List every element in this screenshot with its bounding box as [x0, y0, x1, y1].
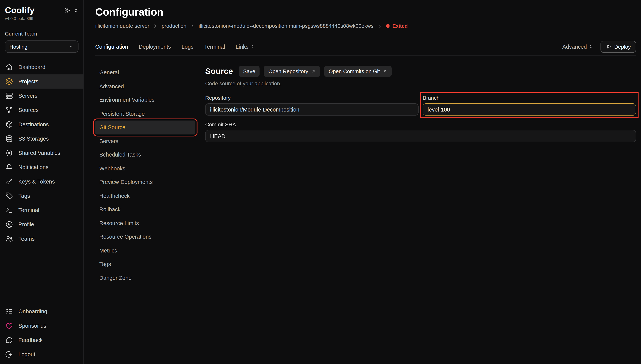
source-description: Code source of your application. [205, 80, 636, 87]
page-title: Configuration [95, 6, 636, 18]
subnav-item-resource-limits[interactable]: Resource Limits [95, 216, 195, 230]
save-button[interactable]: Save [239, 66, 260, 77]
logout-icon [5, 350, 13, 358]
coolify-app: Coolify v4.0.0-beta.399 Current Team Hos… [0, 0, 641, 364]
tag-icon [5, 192, 13, 200]
chevron-right-icon [153, 23, 158, 29]
users-icon [5, 235, 13, 243]
repository-label: Repository [205, 95, 419, 101]
commit-sha-field: Commit SHA [205, 122, 636, 142]
settings-subnav: General Advanced Environment Variables P… [95, 66, 195, 285]
sidebar-item-keys-tokens[interactable]: Keys & Tokens [0, 174, 84, 189]
sidebar-item-destinations[interactable]: Destinations [0, 117, 84, 132]
sidebar-item-feedback[interactable]: Feedback [0, 333, 84, 347]
breadcrumb-application[interactable]: illicitestonion/-module--decomposition:m… [199, 23, 374, 29]
repository-input[interactable] [205, 103, 419, 116]
subnav-item-tags[interactable]: Tags [95, 258, 195, 271]
commit-sha-input[interactable] [205, 130, 636, 142]
source-title: Source [205, 67, 233, 76]
theme-toggle-sun-icon[interactable] [64, 7, 70, 13]
message-icon [5, 336, 13, 344]
commit-sha-label: Commit SHA [205, 122, 636, 128]
sidebar-item-tags[interactable]: Tags [0, 189, 84, 203]
variable-icon [5, 149, 13, 157]
list-checks-icon [5, 308, 13, 315]
subnav-item-servers[interactable]: Servers [95, 134, 195, 148]
bell-icon [5, 164, 13, 171]
subnav-item-preview-deployments[interactable]: Preview Deployments [95, 175, 195, 189]
sidebar-item-logout[interactable]: Logout [0, 347, 84, 362]
subnav-item-environment-variables[interactable]: Environment Variables [95, 93, 195, 107]
sidebar-item-profile[interactable]: Profile [0, 217, 84, 232]
sidebar-item-dashboard[interactable]: Dashboard [0, 60, 84, 74]
server-icon [5, 92, 13, 100]
external-link-icon [383, 69, 387, 74]
subnav-item-metrics[interactable]: Metrics [95, 244, 195, 258]
open-commits-button[interactable]: Open Commits on Git [324, 66, 392, 77]
status-badge: Exited [386, 23, 408, 29]
breadcrumb-environment[interactable]: production [162, 23, 187, 29]
subnav-item-danger-zone[interactable]: Danger Zone [95, 271, 195, 285]
chevrons-up-down-icon [588, 44, 593, 49]
sidebar: Coolify v4.0.0-beta.399 Current Team Hos… [0, 0, 84, 364]
branch-label: Branch [423, 95, 636, 101]
subnav-item-git-source[interactable]: Git Source [95, 120, 195, 134]
subnav-item-resource-operations[interactable]: Resource Operations [95, 230, 195, 244]
sidebar-item-shared-variables[interactable]: Shared Variables [0, 146, 84, 160]
chevrons-up-down-icon[interactable] [73, 8, 79, 13]
chevron-down-icon [68, 44, 74, 50]
subnav-item-persistent-storage[interactable]: Persistent Storage [95, 107, 195, 120]
main-content: Configuration illicitonion quote server … [84, 0, 641, 364]
git-icon [5, 106, 13, 114]
chevrons-up-down-icon [250, 44, 255, 49]
subnav-item-healthcheck[interactable]: Healthcheck [95, 189, 195, 203]
sidebar-item-teams[interactable]: Teams [0, 232, 84, 246]
tab-deployments[interactable]: Deployments [139, 44, 171, 50]
tab-configuration[interactable]: Configuration [95, 44, 128, 50]
deploy-button[interactable]: Deploy [600, 41, 636, 52]
breadcrumb-project[interactable]: illicitonion quote server [95, 23, 149, 29]
app-version: v4.0.0-beta.399 [5, 16, 79, 21]
team-select[interactable]: Hosting [5, 40, 79, 53]
advanced-toggle[interactable]: Advanced [562, 44, 593, 50]
sidebar-item-sources[interactable]: Sources [0, 103, 84, 117]
home-icon [5, 63, 13, 71]
current-team-label: Current Team [5, 30, 79, 37]
sidebar-item-terminal[interactable]: Terminal [0, 203, 84, 217]
tab-bar: Configuration Deployments Logs Terminal … [95, 38, 636, 56]
tab-links[interactable]: Links [236, 44, 255, 50]
subnav-item-webhooks[interactable]: Webhooks [95, 162, 195, 175]
tab-logs[interactable]: Logs [182, 44, 194, 50]
subnav-item-general[interactable]: General [95, 66, 195, 80]
sidebar-item-s3-storages[interactable]: S3 Storages [0, 132, 84, 146]
sidebar-item-sponsor-us[interactable]: Sponsor us [0, 318, 84, 333]
tab-terminal[interactable]: Terminal [204, 44, 225, 50]
user-circle-icon [5, 220, 13, 228]
key-icon [5, 178, 13, 186]
repository-field: Repository [205, 95, 419, 116]
subnav-item-rollback[interactable]: Rollback [95, 203, 195, 216]
brand: Coolify [5, 5, 79, 15]
sidebar-nav: Dashboard Projects Servers Sources Desti… [5, 60, 79, 246]
sidebar-item-notifications[interactable]: Notifications [0, 160, 84, 174]
box-icon [5, 120, 13, 128]
terminal-icon [5, 206, 13, 214]
sidebar-item-servers[interactable]: Servers [0, 89, 84, 103]
source-panel: Source Save Open Repository Open Commits… [205, 66, 636, 285]
subnav-item-advanced[interactable]: Advanced [95, 80, 195, 93]
play-icon [606, 44, 611, 50]
subnav-item-scheduled-tasks[interactable]: Scheduled Tasks [95, 148, 195, 162]
team-select-value: Hosting [9, 44, 27, 50]
app-title: Coolify [5, 5, 35, 15]
open-repository-button[interactable]: Open Repository [264, 66, 320, 77]
sidebar-item-onboarding[interactable]: Onboarding [0, 304, 84, 318]
branch-field: Branch [423, 95, 636, 116]
sidebar-footer: Onboarding Sponsor us Feedback Logout [5, 304, 79, 362]
branch-input[interactable] [423, 103, 636, 116]
sidebar-item-projects[interactable]: Projects [0, 74, 84, 88]
status-dot [386, 24, 389, 28]
external-link-icon [311, 69, 316, 74]
breadcrumb: illicitonion quote server production ill… [95, 23, 636, 29]
database-icon [5, 135, 13, 143]
chevron-right-icon [190, 23, 195, 29]
